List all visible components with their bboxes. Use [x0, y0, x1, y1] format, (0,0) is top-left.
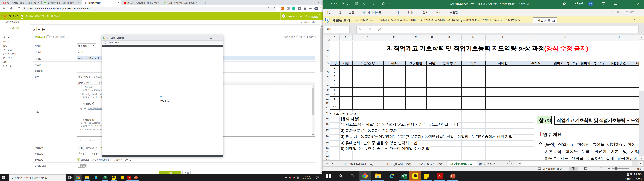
svg-text:P: P: [134, 177, 136, 179]
svg-text:X: X: [402, 175, 404, 178]
svg-text:P: P: [451, 175, 452, 178]
svg-text:TALK: TALK: [414, 176, 417, 176]
svg-text:X: X: [104, 177, 105, 179]
